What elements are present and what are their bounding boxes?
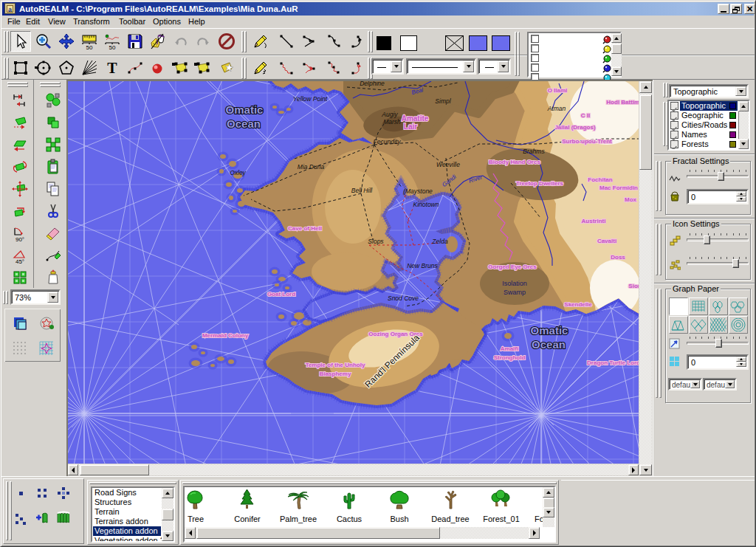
svg-text:Marsh: Marsh [383,118,401,125]
svg-text:50: 50 [86,44,93,50]
svg-text:T: T [107,60,117,76]
svg-text:Zelda: Zelda [431,238,448,245]
svg-text:Simpl: Simpl [435,97,451,105]
svg-text:Delphine: Delphine [360,81,385,87]
svg-text:Omatic: Omatic [226,103,264,116]
svg-text:Ocean: Ocean [532,338,566,351]
svg-text:Snod Cove: Snod Cove [388,295,419,302]
svg-text:O Ilami: O Ilami [548,87,568,94]
svg-text:Stronghold: Stronghold [494,354,526,361]
svg-text:Fecundity: Fecundity [374,138,402,145]
svg-text:Mac Formidin: Mac Formidin [599,185,638,191]
svg-text:C II: C II [581,112,590,119]
svg-text:Surbo-upou-Trent: Surbo-upou-Trent [562,138,612,145]
svg-text:Bloody Hand Orcs: Bloody Hand Orcs [489,159,540,165]
svg-text:Omatic: Omatic [531,324,568,337]
svg-text:Lair: Lair [404,123,417,131]
svg-text:Isolation: Isolation [502,280,527,287]
svg-text:Weeville: Weeville [436,161,460,168]
svg-text:Mox: Mox [625,196,637,203]
svg-text:Augiy: Augiy [381,111,398,118]
svg-text:Skendelle: Skendelle [564,301,592,308]
svg-text:Treetop Dwellers: Treetop Dwellers [516,180,564,187]
svg-text:Slops: Slops [368,238,384,245]
svg-text:Oxley: Oxley [230,169,246,176]
svg-text:Blasphemy: Blasphemy [320,371,351,377]
svg-text:Sion: Sion [628,283,639,289]
svg-text:Cave of Hell: Cave of Hell [288,225,322,232]
svg-text:Mia Duna: Mia Duna [298,163,325,171]
svg-text:Doss: Doss [611,254,625,261]
svg-text:Amatite: Amatite [402,114,429,123]
svg-text:Amalfi: Amalfi [501,345,518,352]
svg-text:45°: 45° [16,258,24,264]
svg-text:90°: 90° [16,236,24,242]
svg-text:Jallal (Dragos): Jallal (Dragos) [554,124,595,131]
svg-text:Goat Lord: Goat Lord [267,291,295,297]
svg-text:New Bruns: New Bruns [407,262,438,269]
svg-text:Dragon Turtle Lord: Dragon Turtle Lord [587,359,639,366]
svg-text:(Maystone: (Maystone [403,188,433,195]
svg-text:Hodl Battima: Hodl Battima [606,99,639,106]
svg-text:Gorged Eye Orcs: Gorged Eye Orcs [488,264,537,270]
svg-text:Temple of the Unholy: Temple of the Unholy [306,362,365,368]
svg-text:Fochitan: Fochitan [588,176,612,183]
svg-text:Atman: Atman [547,105,566,112]
svg-text:Yellow Point: Yellow Point [293,95,328,103]
svg-text:Brahms: Brahms [523,148,545,155]
svg-text:Kinotown: Kinotown [413,201,439,208]
svg-text:50: 50 [109,44,116,50]
svg-text:Swamp: Swamp [504,289,526,296]
svg-text:Cavalti: Cavalti [597,238,616,244]
svg-text:Austrinti: Austrinti [582,218,606,224]
svg-text:Ocean: Ocean [227,117,261,130]
svg-text:Bell Hill: Bell Hill [351,187,373,194]
svg-text:Mermaid Colony: Mermaid Colony [202,332,249,339]
